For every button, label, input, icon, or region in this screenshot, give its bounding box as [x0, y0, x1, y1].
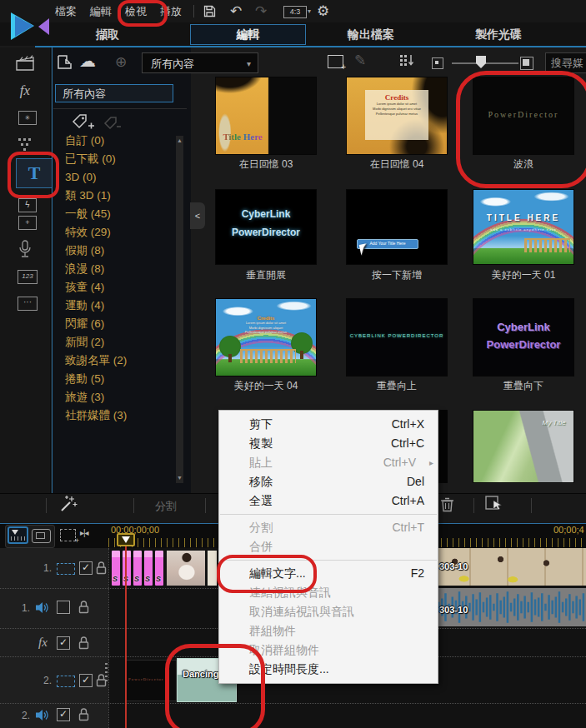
- menu-play[interactable]: 播放: [160, 4, 182, 19]
- undo-icon[interactable]: ↶: [230, 2, 242, 20]
- transition-room-icon[interactable]: ✳: [18, 111, 37, 125]
- audio-clip-303-10[interactable]: 303-10: [433, 588, 586, 626]
- category-item[interactable]: 類 3D (1): [65, 187, 173, 205]
- tab-create-disc[interactable]: 製作光碟: [461, 25, 536, 43]
- cloud-icon[interactable]: ☁: [79, 51, 96, 71]
- category-item[interactable]: 自訂 (0): [65, 132, 173, 150]
- video-track1-lock-icon[interactable]: [96, 561, 107, 575]
- trash-icon[interactable]: [440, 496, 454, 512]
- tab-capture[interactable]: 擷取: [70, 25, 145, 43]
- effect-room-icon[interactable]: fx: [0, 82, 50, 99]
- timeline-clip[interactable]: S: [122, 550, 132, 586]
- large-thumbnails-icon[interactable]: [520, 57, 533, 70]
- timeline-clip[interactable]: S: [111, 550, 121, 586]
- menu-edit[interactable]: 編輯: [90, 4, 112, 19]
- aspect-chevron-icon[interactable]: ▾: [308, 7, 311, 15]
- category-item[interactable]: 一般 (45): [65, 205, 173, 223]
- slider-handle[interactable]: [476, 56, 486, 68]
- category-item[interactable]: 捲動 (5): [65, 370, 173, 388]
- video-track1-enable-checkbox[interactable]: ✓: [79, 561, 93, 575]
- settings-gear-icon[interactable]: ⚙: [317, 2, 329, 20]
- storyboard-view-icon[interactable]: [32, 529, 51, 543]
- thumbnail-memories04[interactable]: Credits Lorem ipsum dolor sit amet Morbi…: [346, 77, 448, 155]
- aspect-ratio-selector[interactable]: 4:3: [283, 6, 307, 18]
- menu-view[interactable]: 檢視: [125, 4, 147, 19]
- particle-room-icon[interactable]: [0, 137, 50, 153]
- search-input[interactable]: [545, 52, 586, 73]
- context-menu-item-edit-text[interactable]: 編輯文字...F2: [219, 564, 438, 583]
- category-item[interactable]: 已下載 (0): [65, 150, 173, 168]
- playhead-marker[interactable]: [117, 533, 135, 546]
- context-menu-item-select-all[interactable]: 全選Ctrl+A: [219, 491, 438, 511]
- video-track2-enable-checkbox[interactable]: ✓: [79, 674, 93, 687]
- scroll-up-icon[interactable]: ▲: [176, 137, 183, 145]
- video-clip-303-10[interactable]: 303-10: [433, 548, 586, 586]
- category-item[interactable]: 旅遊 (3): [65, 388, 173, 406]
- tag-all-content[interactable]: 所有內容: [55, 84, 173, 102]
- category-item[interactable]: 浪漫 (8): [65, 260, 173, 278]
- save-icon[interactable]: [203, 5, 216, 17]
- tab-produce[interactable]: 輸出檔案: [333, 25, 408, 43]
- category-item[interactable]: 假期 (8): [65, 242, 173, 260]
- menu-file[interactable]: 檔案: [55, 4, 77, 19]
- small-thumbnails-icon[interactable]: [432, 57, 443, 69]
- thumbnail-goodday04[interactable]: Credits Lorem ipsum dolor sit amet Morbi…: [215, 298, 317, 376]
- audio-track2-lock-icon[interactable]: [78, 707, 89, 721]
- category-item[interactable]: 新聞 (2): [65, 333, 173, 352]
- import-media-icon[interactable]: [57, 54, 73, 70]
- thumbnail-my-title[interactable]: My Title: [473, 410, 574, 483]
- thumbnail-overlap-down[interactable]: CyberLink PowerDirector: [473, 298, 574, 376]
- category-scrollbar[interactable]: [176, 136, 183, 483]
- library-filter-dropdown[interactable]: 所有內容 ▾: [142, 52, 258, 73]
- chapter-room-icon[interactable]: 123: [18, 270, 38, 284]
- context-menu-item-set-duration[interactable]: 設定時間長度...: [219, 660, 438, 679]
- collapse-panel-button[interactable]: <: [190, 202, 205, 229]
- audio-track2-enable-checkbox[interactable]: ✓: [57, 708, 70, 721]
- track-manager-icon[interactable]: +: [60, 529, 76, 541]
- tab-edit[interactable]: 編輯: [190, 24, 306, 45]
- voiceover-mic-icon[interactable]: [0, 240, 50, 259]
- media-room-icon[interactable]: [0, 55, 50, 71]
- add-tag-icon[interactable]: [72, 113, 94, 132]
- create-new-title-icon[interactable]: +: [328, 55, 343, 68]
- scroll-down-icon[interactable]: ▼: [176, 474, 183, 482]
- motion-room-icon[interactable]: +: [18, 216, 37, 230]
- pip-room-icon[interactable]: ϟ: [18, 198, 37, 212]
- audio-track1-enable-checkbox[interactable]: [57, 601, 70, 614]
- redo-icon[interactable]: ↷: [255, 2, 267, 20]
- fx-track-lock-icon[interactable]: [78, 636, 89, 650]
- category-item[interactable]: 運動 (4): [65, 297, 173, 315]
- thumbnail-goodday01[interactable]: TITLE HERE add a subtitle anywhere here: [473, 189, 574, 265]
- thumbnail-wave[interactable]: PowerDirector: [473, 77, 574, 155]
- timeline-view-icon[interactable]: [8, 526, 28, 544]
- category-item[interactable]: 社群媒體 (3): [65, 406, 173, 425]
- thumbnail-overlap-up[interactable]: CYBERLINK POWERDIRECTOR: [346, 298, 448, 376]
- category-item[interactable]: 閃耀 (6): [65, 315, 173, 333]
- video-track2-lock-icon[interactable]: [96, 673, 107, 687]
- timeline-clip[interactable]: S: [133, 550, 143, 586]
- thumbnail-vertical-open[interactable]: CyberLink PowerDirector: [215, 189, 317, 265]
- range-select-icon[interactable]: [485, 496, 503, 511]
- context-menu-item-copy[interactable]: 複製Ctrl+C: [219, 434, 438, 453]
- timeline-clip[interactable]: S: [143, 550, 153, 586]
- subtitle-room-icon[interactable]: ···: [18, 297, 38, 311]
- magic-wand-icon[interactable]: [58, 495, 78, 513]
- audio-track1-lock-icon[interactable]: [78, 600, 89, 614]
- fx-track-enable-checkbox[interactable]: ✓: [57, 636, 70, 650]
- timeline-clip[interactable]: [207, 550, 218, 586]
- context-menu-item-remove[interactable]: 移除Del: [219, 472, 438, 491]
- thumbnail-memories03[interactable]: Title Here: [215, 77, 317, 155]
- timeline-clip[interactable]: S: [154, 550, 164, 586]
- sort-icon[interactable]: [399, 54, 414, 67]
- title-room-icon[interactable]: T: [16, 158, 53, 188]
- playhead-line[interactable]: [125, 546, 127, 728]
- category-item[interactable]: 致謝名單 (2): [65, 352, 173, 370]
- thumbnail-click-to-add[interactable]: Add Your Title Here: [346, 189, 448, 265]
- photo-clip[interactable]: [166, 550, 206, 586]
- trim-icon[interactable]: ▸|◂: [80, 528, 88, 537]
- category-item[interactable]: 特效 (29): [65, 223, 173, 242]
- category-item[interactable]: 孩童 (4): [65, 278, 173, 297]
- category-item[interactable]: 3D (0): [65, 168, 173, 187]
- title-clip-powerdirector[interactable]: PowerDirector: [125, 660, 177, 701]
- context-menu-item-cut[interactable]: 剪下Ctrl+X: [219, 415, 438, 434]
